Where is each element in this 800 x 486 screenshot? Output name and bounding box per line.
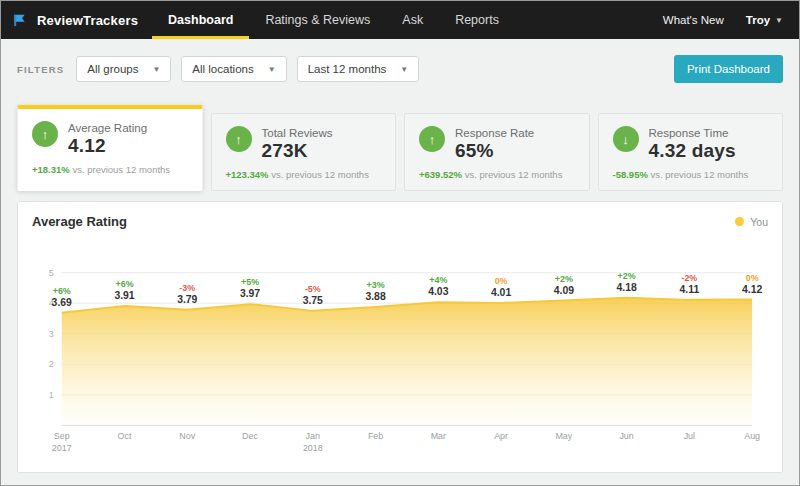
svg-text:Jan: Jan [306,431,320,441]
chevron-down-icon: ▼ [775,16,783,25]
kpi-card-response-time[interactable]: ↓ Response Time 4.32 days -58.95% vs. pr… [598,113,784,191]
svg-text:0%: 0% [746,273,759,283]
up-arrow-icon: ↑ [32,121,58,147]
svg-text:Jul: Jul [684,431,695,441]
svg-text:-3%: -3% [179,283,195,293]
locations-dropdown[interactable]: All locations ▼ [181,56,286,82]
kpi-change: -58.95% [613,169,648,180]
kpi-comparison: +639.52% vs. previous 12 months [419,169,575,180]
svg-text:4.11: 4.11 [680,284,700,295]
kpi-change: +123.34% [226,169,269,180]
svg-text:Nov: Nov [179,431,195,441]
svg-text:+4%: +4% [429,275,447,285]
svg-text:Oct: Oct [118,431,132,441]
average-rating-area-chart: 12345+6%3.69Sep+6%3.91Oct-3%3.79Nov+5%3.… [32,233,768,455]
top-nav: ReviewTrackers Dashboard Ratings & Revie… [1,1,799,39]
kpi-comparison: -58.95% vs. previous 12 months [613,169,769,180]
kpi-title: Response Time [649,126,736,139]
svg-text:4.18: 4.18 [616,282,636,293]
legend-label: You [750,216,768,228]
kpi-title: Response Rate [455,126,534,139]
kpi-card-average-rating[interactable]: ↑ Average Rating 4.12 +18.31% vs. previo… [17,105,203,191]
nav-item-label: Ratings & Reviews [265,13,370,27]
chart-legend: You [735,216,768,228]
nav-item-dashboard[interactable]: Dashboard [152,1,249,39]
dashboard-page: ReviewTrackers Dashboard Ratings & Revie… [0,0,800,486]
svg-text:+6%: +6% [53,286,71,296]
svg-text:3.91: 3.91 [114,290,134,301]
nav-item-ratings-reviews[interactable]: Ratings & Reviews [249,1,386,39]
svg-text:-2%: -2% [681,273,697,283]
groups-dropdown[interactable]: All groups ▼ [76,56,171,82]
kpi-card-total-reviews[interactable]: ↑ Total Reviews 273K +123.34% vs. previo… [211,113,397,191]
nav-right: What's New Troy ▼ [663,1,799,39]
kpi-suffix: vs. previous 12 months [269,169,369,180]
kpi-suffix: vs. previous 12 months [648,169,748,180]
kpi-comparison: +18.31% vs. previous 12 months [32,164,188,175]
chevron-down-icon: ▼ [152,65,160,74]
whats-new-link[interactable]: What's New [663,14,724,26]
kpi-change: +18.31% [32,164,70,175]
kpi-suffix: vs. previous 12 months [70,164,170,175]
user-name: Troy [746,14,770,26]
svg-text:-5%: -5% [305,284,321,294]
date-range-dropdown-value: Last 12 months [308,63,387,75]
filters-label: FILTERS [17,64,64,75]
svg-text:2017: 2017 [52,443,72,453]
date-range-dropdown[interactable]: Last 12 months ▼ [297,56,420,82]
svg-text:5: 5 [49,268,54,278]
user-menu[interactable]: Troy ▼ [746,14,783,26]
svg-text:3.75: 3.75 [303,295,323,306]
svg-text:2: 2 [49,359,54,369]
svg-text:0%: 0% [495,276,508,286]
svg-text:+6%: +6% [115,279,133,289]
svg-text:1: 1 [49,390,54,400]
svg-text:Jun: Jun [619,431,633,441]
chevron-down-icon: ▼ [268,65,276,74]
kpi-row: ↑ Average Rating 4.12 +18.31% vs. previo… [17,105,783,191]
svg-text:3.88: 3.88 [365,291,385,302]
nav-item-ask[interactable]: Ask [386,1,439,39]
svg-text:Aug: Aug [744,431,760,441]
svg-text:3: 3 [49,329,54,339]
kpi-title: Total Reviews [262,126,333,139]
kpi-value: 4.12 [68,135,147,157]
svg-text:Dec: Dec [242,431,258,441]
chevron-down-icon: ▼ [400,65,408,74]
svg-text:+2%: +2% [555,274,573,284]
svg-text:3.79: 3.79 [177,294,197,305]
panel-header: Average Rating You [32,214,768,229]
kpi-value: 4.32 days [649,140,736,162]
kpi-suffix: vs. previous 12 months [462,169,562,180]
nav-item-label: Reports [455,13,499,27]
svg-text:+3%: +3% [367,280,385,290]
up-arrow-icon: ↑ [226,126,252,152]
svg-text:4.01: 4.01 [491,287,511,298]
svg-text:+2%: +2% [618,271,636,281]
nav-item-reports[interactable]: Reports [439,1,515,39]
svg-text:+5%: +5% [241,277,259,287]
kpi-title: Average Rating [68,121,147,134]
down-arrow-icon: ↓ [613,126,639,152]
up-arrow-icon: ↑ [419,126,445,152]
locations-dropdown-value: All locations [192,63,253,75]
nav-item-label: Dashboard [168,13,233,27]
svg-text:4.12: 4.12 [742,284,762,295]
nav-items: Dashboard Ratings & Reviews Ask Reports [152,1,515,39]
brand[interactable]: ReviewTrackers [1,1,152,39]
svg-text:Feb: Feb [368,431,383,441]
svg-text:Mar: Mar [431,431,446,441]
svg-text:4.03: 4.03 [428,286,448,297]
legend-dot-icon [735,217,744,226]
groups-dropdown-value: All groups [87,63,138,75]
svg-text:2018: 2018 [303,443,323,453]
kpi-card-response-rate[interactable]: ↑ Response Rate 65% +639.52% vs. previou… [404,113,590,191]
svg-text:Apr: Apr [494,431,508,441]
svg-text:3.69: 3.69 [52,297,72,308]
brand-name: ReviewTrackers [37,13,138,28]
average-rating-panel: Average Rating You 12345+6%3.69Sep+6%3.9… [17,201,783,473]
filters-bar: FILTERS All groups ▼ All locations ▼ Las… [17,55,783,83]
kpi-comparison: +123.34% vs. previous 12 months [226,169,382,180]
svg-text:3.97: 3.97 [240,288,260,299]
print-dashboard-button[interactable]: Print Dashboard [674,55,783,83]
